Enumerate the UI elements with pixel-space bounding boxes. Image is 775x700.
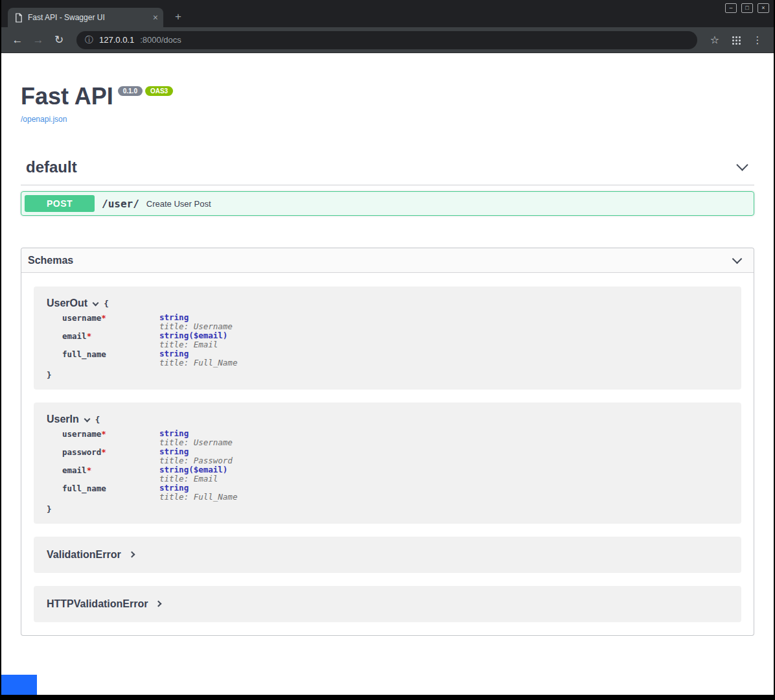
new-tab-button[interactable]: + bbox=[170, 8, 187, 25]
property-title: title: Full_Name bbox=[159, 493, 237, 502]
property-title: title: Full_Name bbox=[159, 358, 237, 368]
schemas-body: UserOut { username* string title: Userna… bbox=[21, 273, 754, 635]
property-title: title: Username bbox=[159, 322, 233, 331]
property-detail: string title: Full_Name bbox=[159, 484, 237, 502]
model-name: ValidationError bbox=[47, 547, 121, 563]
property-name: password* bbox=[62, 447, 159, 465]
schemas-section: Schemas UserOut { username* s bbox=[21, 248, 754, 636]
model-properties: username* string title: Username email* … bbox=[47, 311, 728, 370]
model-collapse-icon[interactable] bbox=[93, 299, 99, 306]
chevron-right-icon[interactable] bbox=[156, 600, 162, 607]
schema-property: password* string title: Password bbox=[62, 447, 728, 465]
status-popup bbox=[1, 675, 37, 695]
brace-close: } bbox=[47, 504, 728, 514]
api-badges: 0.1.0 OAS3 bbox=[118, 86, 173, 96]
property-type: string bbox=[159, 429, 233, 438]
property-type: string($email) bbox=[159, 331, 227, 340]
browser-menu-button[interactable]: ⋮ bbox=[749, 34, 766, 46]
property-detail: string title: Password bbox=[159, 447, 233, 465]
property-detail: string title: Username bbox=[159, 313, 233, 331]
model-name: UserIn bbox=[47, 412, 79, 427]
window-close-button[interactable]: × bbox=[758, 3, 769, 13]
schemas-header[interactable]: Schemas bbox=[21, 248, 754, 273]
chevron-down-icon[interactable] bbox=[736, 159, 748, 170]
property-detail: string($email) title: Email bbox=[159, 331, 227, 349]
endpoint-path: /user/ bbox=[102, 198, 139, 210]
schema-property: email* string($email) title: Email bbox=[62, 331, 728, 349]
required-asterisk: * bbox=[87, 331, 92, 341]
required-asterisk: * bbox=[101, 429, 106, 439]
api-title-text: Fast API bbox=[21, 83, 113, 110]
property-name: email* bbox=[62, 331, 159, 349]
brace-close: } bbox=[47, 370, 728, 380]
model-name: HTTPValidationError bbox=[47, 596, 148, 612]
model-properties: username* string title: Username passwor… bbox=[47, 427, 728, 504]
property-type: string($email) bbox=[159, 465, 227, 474]
property-detail: string($email) title: Email bbox=[159, 465, 227, 484]
bookmark-star-icon[interactable]: ☆ bbox=[706, 34, 723, 46]
chevron-right-icon[interactable] bbox=[128, 551, 135, 557]
schema-property: username* string title: Username bbox=[62, 429, 728, 447]
address-bar[interactable]: ⓘ 127.0.0.1:8000/docs bbox=[76, 31, 697, 49]
property-type: string bbox=[159, 313, 233, 322]
back-button[interactable]: ← bbox=[9, 34, 26, 47]
openapi-spec-link[interactable]: /openapi.json bbox=[21, 115, 67, 124]
schema-property: full_name string title: Full_Name bbox=[62, 484, 728, 502]
property-title: title: Email bbox=[159, 474, 227, 484]
browser-titlebar: Fast API - Swagger UI × + – □ × bbox=[1, 0, 774, 27]
url-path: :8000/docs bbox=[140, 35, 181, 45]
schema-property: email* string($email) title: Email bbox=[62, 465, 728, 484]
page-title: Fast API 0.1.0 OAS3 bbox=[21, 83, 754, 110]
apps-icon[interactable] bbox=[732, 36, 741, 45]
model-name: UserOut bbox=[47, 296, 87, 311]
property-name: full_name bbox=[62, 349, 159, 368]
schema-property: full_name string title: Full_Name bbox=[62, 349, 728, 368]
model-userin: UserIn { username* string title: Usernam… bbox=[34, 402, 741, 524]
property-detail: string title: Username bbox=[159, 429, 233, 447]
property-name: username* bbox=[62, 313, 159, 331]
tag-label: default bbox=[26, 158, 77, 176]
forward-button[interactable]: → bbox=[30, 34, 47, 47]
window-controls: – □ × bbox=[725, 3, 769, 13]
site-info-icon[interactable]: ⓘ bbox=[85, 34, 93, 46]
tab-title: Fast API - Swagger UI bbox=[28, 13, 148, 22]
model-userout-toggle[interactable]: UserOut { bbox=[47, 296, 728, 311]
model-userout: UserOut { username* string title: Userna… bbox=[34, 286, 741, 390]
tag-section-default[interactable]: default bbox=[21, 158, 754, 185]
model-httpvalidationerror[interactable]: HTTPValidationError bbox=[34, 586, 741, 622]
page-favicon-icon bbox=[14, 13, 23, 23]
browser-toolbar: ← → ↻ ⓘ 127.0.0.1:8000/docs ☆ ⋮ bbox=[1, 27, 774, 53]
model-collapse-icon[interactable] bbox=[84, 415, 90, 422]
property-title: title: Username bbox=[159, 438, 233, 447]
endpoint-post-user[interactable]: POST /user/ Create User Post bbox=[21, 191, 754, 216]
version-badge: 0.1.0 bbox=[118, 86, 143, 96]
schema-property: username* string title: Username bbox=[62, 313, 728, 331]
model-validationerror[interactable]: ValidationError bbox=[34, 537, 741, 573]
schemas-label: Schemas bbox=[28, 255, 73, 266]
model-userin-toggle[interactable]: UserIn { bbox=[47, 412, 728, 427]
oas3-badge: OAS3 bbox=[145, 86, 173, 96]
required-asterisk: * bbox=[87, 465, 92, 475]
required-asterisk: * bbox=[101, 447, 106, 457]
property-type: string bbox=[159, 349, 237, 358]
property-name: email* bbox=[62, 465, 159, 484]
window-minimize-button[interactable]: – bbox=[725, 3, 737, 13]
property-type: string bbox=[159, 447, 233, 456]
window-maximize-button[interactable]: □ bbox=[741, 3, 753, 13]
tab-close-icon[interactable]: × bbox=[153, 13, 158, 22]
brace-open: { bbox=[95, 415, 100, 425]
url-host: 127.0.0.1 bbox=[99, 35, 134, 45]
chevron-down-icon[interactable] bbox=[732, 253, 743, 264]
property-title: title: Email bbox=[159, 340, 227, 349]
property-detail: string title: Full_Name bbox=[159, 349, 237, 368]
brace-open: { bbox=[104, 299, 109, 309]
property-name: full_name bbox=[62, 484, 159, 502]
post-method-badge: POST bbox=[25, 195, 95, 212]
property-name: username* bbox=[62, 429, 159, 447]
property-type: string bbox=[159, 484, 237, 493]
api-info-block: Fast API 0.1.0 OAS3 /openapi.json bbox=[21, 53, 754, 124]
reload-button[interactable]: ↻ bbox=[51, 33, 67, 47]
required-asterisk: * bbox=[101, 313, 106, 323]
property-title: title: Password bbox=[159, 456, 233, 465]
browser-tab[interactable]: Fast API - Swagger UI × bbox=[8, 8, 163, 27]
